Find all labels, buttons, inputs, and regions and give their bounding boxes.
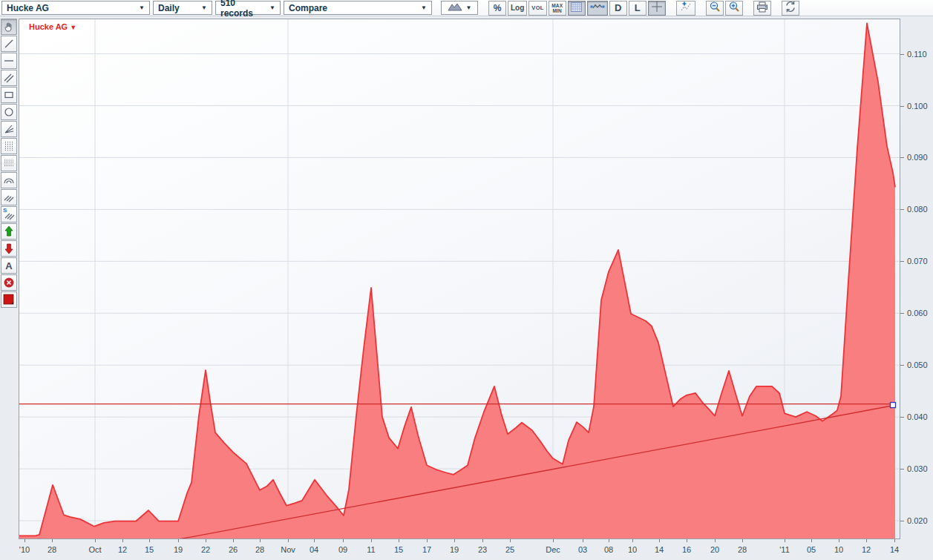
x-axis-label: Nov	[281, 545, 295, 554]
x-axis-label: 03	[578, 545, 587, 554]
y-axis-tick	[900, 313, 904, 314]
chevron-down-icon: ▼	[421, 4, 427, 11]
range-fit-icon	[590, 1, 605, 14]
x-axis-label: '10	[19, 545, 30, 554]
x-axis-tick	[894, 539, 895, 542]
y-axis-tick	[900, 54, 904, 55]
period-dropdown[interactable]: Daily ▼	[153, 1, 212, 15]
zoom-in-button[interactable]	[725, 1, 743, 16]
refresh-button[interactable]	[782, 1, 799, 16]
chart-series-label[interactable]: Hucke AG▼	[29, 22, 76, 31]
x-axis-label: 09	[338, 545, 347, 554]
horizontal-line-tool-button[interactable]	[1, 53, 17, 69]
y-axis-label: 0.040	[907, 412, 928, 421]
delete-annotation-tool-button[interactable]	[1, 274, 17, 291]
x-axis-label: 15	[145, 545, 154, 554]
refresh-button-group	[782, 1, 799, 16]
x-axis-label: 15	[394, 545, 403, 554]
period-dropdown-value: Daily	[158, 3, 180, 13]
x-axis-label: Dec	[546, 545, 560, 554]
x-axis-label: 10	[628, 545, 637, 554]
x-axis-tick	[24, 539, 25, 542]
y-axis-label: 0.050	[907, 360, 928, 369]
y-axis-tick	[900, 209, 904, 210]
maxmin-button[interactable]: MAX MIN	[549, 1, 566, 16]
x-axis-label: 26	[229, 545, 238, 554]
crosshair-button[interactable]	[648, 1, 666, 16]
parallel-channel-tool-button[interactable]	[1, 70, 17, 86]
ellipse-tool-button[interactable]	[1, 104, 17, 120]
x-axis-label: '11	[779, 545, 790, 554]
x-axis-tick	[427, 539, 428, 542]
selection-handle[interactable]	[891, 403, 896, 408]
x-axis-tick	[314, 539, 315, 542]
arrow-down-icon	[3, 243, 15, 254]
zoom-out-button[interactable]	[706, 1, 724, 16]
x-axis-label: 16	[682, 545, 691, 554]
speed-lines-tool-button[interactable]	[1, 189, 17, 205]
fan-lines-tool-button[interactable]	[1, 121, 17, 137]
y-axis-tick	[900, 365, 904, 366]
y-axis-tick	[900, 106, 904, 107]
x-axis-tick	[583, 539, 583, 542]
x-axis-tick	[399, 539, 399, 542]
x-axis-tick	[659, 539, 660, 542]
grid-toggle-button[interactable]	[568, 1, 586, 16]
price-chart-svg	[19, 19, 900, 539]
rectangle-tool-button[interactable]	[1, 87, 17, 103]
arcs-tool-button[interactable]	[1, 172, 17, 188]
y-axis: 0.0200.0300.0400.0500.0600.0700.0800.090…	[900, 19, 933, 539]
x-axis-tick	[288, 539, 289, 542]
x-axis-tick	[178, 539, 179, 542]
arcs-icon	[3, 174, 15, 186]
text-annotation-tool-button[interactable]: A	[1, 257, 17, 274]
arrow-up-icon	[3, 225, 15, 237]
chart-type-dropdown[interactable]: ▼	[441, 1, 478, 15]
print-button[interactable]	[753, 1, 771, 16]
x-axis-tick	[206, 539, 206, 542]
x-axis-label: 17	[422, 545, 431, 554]
x-axis-tick	[609, 539, 609, 542]
signal-lines-tool-button[interactable]: S	[1, 206, 17, 223]
pan-tool-button[interactable]	[1, 19, 17, 35]
fan-lines-icon	[3, 123, 15, 135]
color-picker-tool-button[interactable]	[1, 291, 17, 308]
y-axis-label: 0.030	[907, 464, 928, 473]
arrow-up-marker-tool-button[interactable]	[1, 223, 17, 240]
arrow-down-marker-tool-button[interactable]	[1, 240, 17, 257]
top-toolbar: Hucke AG ▼ Daily ▼ 510 records ▼ Compare…	[0, 0, 933, 16]
symbol-dropdown[interactable]: Hucke AG ▼	[1, 1, 150, 15]
x-axis-label: 14	[890, 545, 899, 554]
add-study-button[interactable]	[676, 1, 695, 16]
x-axis-tick	[510, 539, 511, 542]
ellipse-icon	[3, 106, 15, 118]
horizontal-grid-icon	[3, 157, 15, 169]
symbol-dropdown-value: Hucke AG	[7, 3, 49, 13]
x-axis-label: 12	[118, 545, 127, 554]
percent-scale-button[interactable]: %	[488, 1, 506, 16]
records-dropdown[interactable]: 510 records ▼	[215, 1, 281, 15]
add-study-icon	[679, 1, 693, 15]
x-axis-label: 25	[505, 545, 514, 554]
volume-button[interactable]: VOL	[528, 1, 546, 16]
x-axis-label: 23	[478, 545, 487, 554]
line-mode-button[interactable]: L	[629, 1, 646, 16]
area-chart-icon	[448, 2, 462, 13]
log-scale-button[interactable]: Log	[508, 1, 527, 16]
compare-dropdown[interactable]: Compare ▼	[284, 1, 432, 15]
grid-icon	[571, 2, 582, 14]
rectangle-icon	[3, 89, 15, 101]
fit-range-button[interactable]	[587, 1, 608, 16]
trend-line-tool-button[interactable]	[1, 36, 17, 52]
vertical-grid-tool-button[interactable]	[1, 138, 17, 154]
day-mode-button[interactable]: D	[609, 1, 627, 16]
zoom-in-icon	[728, 1, 740, 15]
text-tool-letter: A	[5, 260, 12, 271]
horizontal-grid-tool-button[interactable]	[1, 155, 17, 171]
x-axis-tick	[95, 539, 96, 542]
price-area	[19, 23, 895, 539]
x-axis-label: 28	[738, 545, 747, 554]
x-axis-label: 05	[807, 545, 816, 554]
scale-button-group: % Log VOL MAX MIN D L	[488, 1, 666, 16]
chart-plot-area[interactable]: Hucke AG▼	[19, 19, 900, 539]
